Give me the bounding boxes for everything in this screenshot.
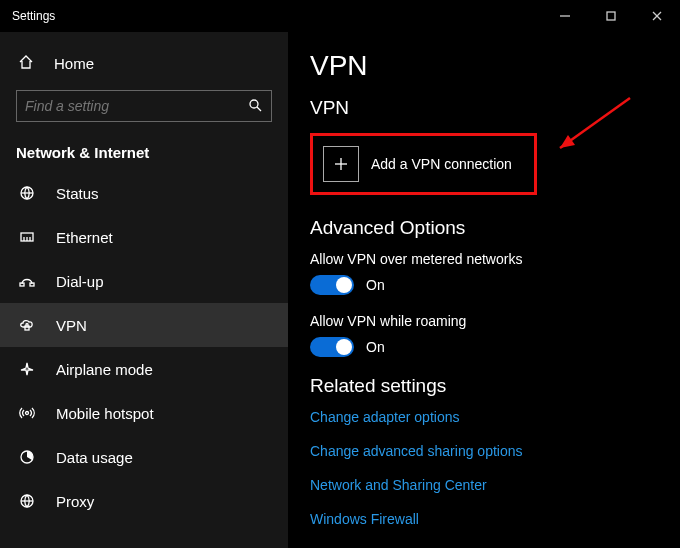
airplane-icon <box>18 361 36 377</box>
search-icon <box>247 97 263 116</box>
related-links: Change adapter options Change advanced s… <box>310 409 680 527</box>
plus-icon <box>323 146 359 182</box>
link-sharing-options[interactable]: Change advanced sharing options <box>310 443 680 459</box>
sidebar-item-dialup[interactable]: Dial-up <box>0 259 288 303</box>
related-settings-title: Related settings <box>310 375 680 397</box>
category-title: Network & Internet <box>0 132 288 171</box>
link-adapter-options[interactable]: Change adapter options <box>310 409 680 425</box>
proxy-icon <box>18 493 36 509</box>
svg-point-15 <box>26 412 29 415</box>
page-title: VPN <box>310 50 680 82</box>
sidebar-item-label: Dial-up <box>56 273 104 290</box>
svg-rect-14 <box>25 326 29 330</box>
sidebar-item-status[interactable]: Status <box>0 171 288 215</box>
svg-point-4 <box>250 100 258 108</box>
svg-rect-13 <box>30 283 34 286</box>
vpn-icon <box>18 317 36 333</box>
data-usage-icon <box>18 449 36 465</box>
sidebar-item-label: Ethernet <box>56 229 113 246</box>
hotspot-icon <box>18 405 36 421</box>
sidebar-item-label: Mobile hotspot <box>56 405 154 422</box>
search-input[interactable] <box>25 98 247 114</box>
home-icon <box>18 54 34 73</box>
home-button[interactable]: Home <box>0 42 288 84</box>
search-box[interactable] <box>16 90 272 122</box>
svg-line-5 <box>257 107 261 111</box>
option-metered-label: Allow VPN over metered networks <box>310 251 680 267</box>
maximize-button[interactable] <box>588 0 634 32</box>
advanced-options-title: Advanced Options <box>310 217 680 239</box>
sidebar-item-proxy[interactable]: Proxy <box>0 479 288 523</box>
minimize-button[interactable] <box>542 0 588 32</box>
maximize-icon <box>603 8 619 24</box>
sidebar-item-data-usage[interactable]: Data usage <box>0 435 288 479</box>
sidebar: Home Network & Internet Status Ethernet <box>0 32 288 548</box>
window-controls <box>542 0 680 32</box>
svg-rect-1 <box>607 12 615 20</box>
close-button[interactable] <box>634 0 680 32</box>
sidebar-item-ethernet[interactable]: Ethernet <box>0 215 288 259</box>
svg-rect-12 <box>20 283 24 286</box>
callout-box: Add a VPN connection <box>310 133 537 195</box>
toggle-roaming[interactable] <box>310 337 354 357</box>
ethernet-icon <box>18 229 36 245</box>
add-vpn-button[interactable]: Add a VPN connection <box>323 146 512 182</box>
home-label: Home <box>54 55 94 72</box>
sidebar-item-hotspot[interactable]: Mobile hotspot <box>0 391 288 435</box>
option-roaming: Allow VPN while roaming On <box>310 313 680 357</box>
link-windows-firewall[interactable]: Windows Firewall <box>310 511 680 527</box>
nav-list: Status Ethernet Dial-up VPN <box>0 171 288 523</box>
window-title: Settings <box>12 9 55 23</box>
titlebar: Settings <box>0 0 680 32</box>
sidebar-item-label: Data usage <box>56 449 133 466</box>
content-pane: VPN VPN Add a VPN connection Advanced Op… <box>288 32 680 548</box>
close-icon <box>649 8 665 24</box>
sidebar-item-label: Proxy <box>56 493 94 510</box>
link-network-sharing-center[interactable]: Network and Sharing Center <box>310 477 680 493</box>
svg-marker-20 <box>560 135 575 148</box>
minimize-icon <box>557 8 573 24</box>
toggle-metered[interactable] <box>310 275 354 295</box>
status-icon <box>18 185 36 201</box>
option-metered: Allow VPN over metered networks On <box>310 251 680 295</box>
sidebar-item-airplane[interactable]: Airplane mode <box>0 347 288 391</box>
toggle-roaming-state: On <box>366 339 385 355</box>
dialup-icon <box>18 273 36 289</box>
sidebar-item-label: Airplane mode <box>56 361 153 378</box>
section-title: VPN <box>310 97 680 119</box>
sidebar-item-vpn[interactable]: VPN <box>0 303 288 347</box>
sidebar-item-label: VPN <box>56 317 87 334</box>
sidebar-item-label: Status <box>56 185 99 202</box>
add-vpn-label: Add a VPN connection <box>371 156 512 172</box>
option-roaming-label: Allow VPN while roaming <box>310 313 680 329</box>
toggle-metered-state: On <box>366 277 385 293</box>
